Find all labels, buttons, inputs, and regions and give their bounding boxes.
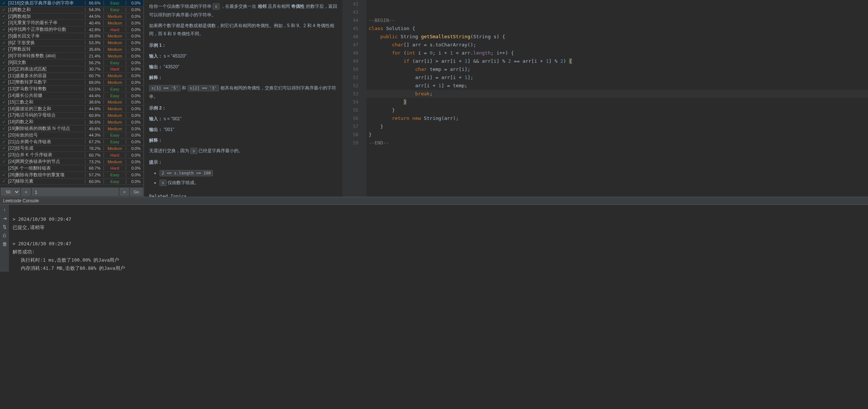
difficulty-badge: Hard [103, 27, 126, 32]
acceptance-pct: 68.7% [85, 166, 103, 170]
solved-check-icon: ✓ [0, 179, 7, 184]
problem-row[interactable]: ✓ [1]两数之和 54.3% Easy 0.0% [0, 7, 144, 13]
problem-row[interactable]: ✓ [3216]交换后字典序最小的字符串 66.6% Easy 0.0% [0, 0, 144, 7]
code-editor[interactable]: --BEGIN-- class Solution { public String… [366, 0, 868, 197]
solved-check-icon: ✓ [0, 93, 7, 98]
problem-row[interactable]: ✓ [19]删除链表的倒数第 N 个结点 49.6% Medium 0.0% [0, 125, 144, 132]
console-output[interactable]: > 2024/10/30 09:29:47 已提交,请稍等 > 2024/10/… [9, 205, 868, 272]
difficulty-badge: Easy [103, 173, 126, 177]
problem-row[interactable]: ✓ [24]两两交换链表中的节点 73.2% Medium 0.0% [0, 158, 144, 165]
line-number: 52 [342, 82, 358, 90]
hints-head: 提示： [149, 158, 337, 167]
line-number: 58 [342, 131, 358, 139]
acceptance-pct: 68.0% [85, 80, 103, 85]
problem-row[interactable]: ✓ [16]最接近的三数之和 44.8% Medium 0.0% [0, 106, 144, 112]
difficulty-badge: Medium [103, 73, 126, 78]
problem-row[interactable]: ✓ [27]移除元素 60.0% Easy 0.0% [0, 179, 144, 185]
freq-rate: 0.0% [126, 7, 144, 12]
problem-row[interactable]: ✓ [6]Z 字形变换 53.3% Medium 0.0% [0, 40, 144, 46]
problem-name: [26]删除有序数组中的重复项 [7, 172, 85, 178]
problem-name: [9]回文数 [7, 59, 85, 66]
console-timestamp: 2024/10/30 09:29:47 [18, 241, 71, 246]
line-number: 42 [342, 0, 358, 8]
problem-name: [12]整数转罗马数字 [7, 79, 85, 85]
freq-rate: 0.0% [126, 14, 144, 19]
solved-check-icon: ✓ [0, 133, 7, 138]
problem-name: [18]四数之和 [7, 119, 85, 125]
difficulty-badge: Easy [103, 87, 126, 91]
solved-check-icon: ✓ [0, 153, 7, 157]
problem-row[interactable]: ✓ [4]寻找两个正序数组的中位数 42.8% Hard 0.0% [0, 26, 144, 33]
problem-row[interactable]: ✓ [5]最长回文子串 38.8% Medium 0.0% [0, 33, 144, 40]
problem-row[interactable]: ✓ [13]罗马数字转整数 63.5% Easy 0.0% [0, 86, 144, 92]
problem-row[interactable]: ✓ [8]字符串转换整数 (atoi) 21.4% Medium 0.0% [0, 53, 144, 59]
solved-check-icon: ✓ [0, 14, 7, 19]
line-number: 53 [342, 90, 358, 98]
solved-check-icon: ✓ [0, 53, 7, 58]
freq-rate: 0.0% [126, 113, 144, 118]
problem-row[interactable]: ✓ [12]整数转罗马数字 68.0% Medium 0.0% [0, 79, 144, 86]
freq-rate: 0.0% [126, 80, 144, 85]
print-icon[interactable]: ⎙ [3, 233, 6, 238]
solved-check-icon: ✓ [0, 27, 7, 32]
example-1-input: 输入： s = "45320" [149, 52, 337, 60]
difficulty-badge: Medium [103, 47, 126, 52]
problem-row[interactable]: ✓ [17]电话号码的字母组合 60.8% Medium 0.0% [0, 112, 144, 119]
solved-check-icon: ✓ [0, 1, 7, 6]
solved-check-icon: ✓ [0, 100, 7, 105]
scroll-icon[interactable]: ⇅ [3, 224, 7, 230]
problem-row[interactable]: ✓ [10]正则表达式匹配 30.7% Hard 0.0% [0, 66, 144, 73]
next-page-button[interactable]: > [120, 188, 129, 196]
problem-list: ✓ [3216]交换后字典序最小的字符串 66.6% Easy 0.0%✓ [1… [0, 0, 144, 187]
acceptance-pct: 54.3% [85, 7, 103, 12]
problem-row[interactable]: ✓ [11]盛最多水的容器 60.7% Medium 0.0% [0, 73, 144, 79]
acceptance-pct: 60.7% [85, 73, 103, 78]
problem-row[interactable]: ✓ [26]删除有序数组中的重复项 57.2% Easy 0.0% [0, 172, 144, 179]
freq-rate: 0.0% [126, 60, 144, 65]
difficulty-badge: Easy [103, 7, 126, 12]
problem-row[interactable]: ✓ [25]K 个一组翻转链表 68.7% Hard 0.0% [0, 165, 144, 172]
example-2-explain: 无需进行交换，因为 s 已经是字典序最小的。 [149, 147, 337, 155]
example-1-explain: s[1] == '5' 和 s[2] == '3' 都具有相同的奇偶性，交换它们… [149, 84, 337, 101]
problem-row[interactable]: ✓ [7]整数反转 35.6% Medium 0.0% [0, 46, 144, 53]
difficulty-badge: Medium [103, 127, 126, 131]
soft-wrap-icon[interactable]: ⇥ [3, 216, 7, 221]
problem-name: [2]两数相加 [7, 13, 85, 20]
problem-row[interactable]: ✓ [9]回文数 56.2% Easy 0.0% [0, 59, 144, 66]
console-line: 执行耗时:1 ms,击败了100.00% 的Java用户 [13, 256, 864, 264]
problem-row[interactable]: ✓ [20]有效的括号 44.3% Easy 0.0% [0, 132, 144, 139]
problem-row[interactable]: ✓ [22]括号生成 78.2% Medium 0.0% [0, 145, 144, 152]
page-size-select[interactable]: 50 [1, 188, 20, 196]
problem-row[interactable]: ✓ [21]合并两个有序链表 67.2% Easy 0.0% [0, 139, 144, 145]
line-number: 54 [342, 98, 358, 106]
solved-check-icon: ✓ [0, 20, 7, 25]
solved-check-icon: ✓ [0, 40, 7, 45]
problem-name: [14]最长公共前缀 [7, 92, 85, 99]
explain-head: 解释： [149, 73, 337, 82]
problem-list-panel: ✓ [3216]交换后字典序最小的字符串 66.6% Easy 0.0%✓ [1… [0, 0, 144, 197]
problem-row[interactable]: ✓ [2]两数相加 44.5% Medium 0.0% [0, 13, 144, 20]
problem-name: [10]正则表达式匹配 [7, 66, 85, 72]
solved-check-icon: ✓ [0, 140, 7, 144]
example-1-head: 示例 1： [149, 41, 337, 50]
trash-icon[interactable]: 🗑 [2, 241, 7, 247]
problem-row[interactable]: ✓ [3]无重复字符的最长子串 40.4% Medium 0.0% [0, 20, 144, 26]
prev-page-button[interactable]: < [22, 188, 30, 196]
problem-row[interactable]: ✓ [18]四数之和 36.6% Medium 0.0% [0, 119, 144, 125]
freq-rate: 0.0% [126, 146, 144, 151]
difficulty-badge: Easy [103, 1, 126, 5]
problem-row[interactable]: ✓ [23]合并 K 个升序链表 60.7% Hard 0.0% [0, 152, 144, 158]
console-line: 解答成功: [13, 248, 864, 256]
problem-row[interactable]: ✓ [14]最长公共前缀 44.4% Easy 0.0% [0, 92, 144, 99]
problem-name: [1]两数之和 [7, 7, 85, 13]
difficulty-badge: Easy [103, 60, 126, 65]
problem-row[interactable]: ✓ [15]三数之和 38.6% Medium 0.0% [0, 99, 144, 106]
freq-rate: 0.0% [126, 153, 144, 157]
solved-check-icon: ✓ [0, 173, 7, 177]
arrow-up-icon[interactable]: ↑ [3, 207, 6, 213]
problem-name: [15]三数之和 [7, 99, 85, 105]
acceptance-pct: 38.8% [85, 34, 103, 38]
go-button[interactable]: Go [130, 188, 142, 196]
difficulty-badge: Easy [103, 179, 126, 184]
page-number-input[interactable] [32, 188, 118, 196]
